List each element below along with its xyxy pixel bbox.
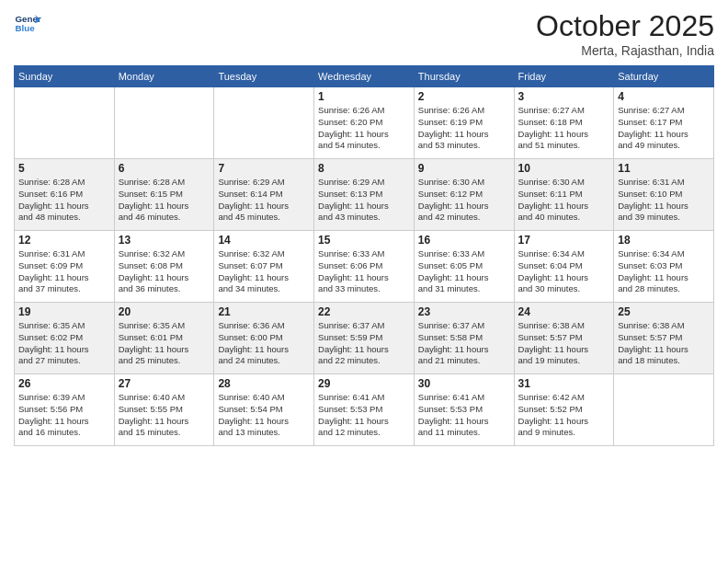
calendar-day-cell — [614, 374, 714, 446]
calendar-day-cell: 29Sunrise: 6:41 AM Sunset: 5:53 PM Dayli… — [314, 374, 415, 446]
calendar-week-row: 1Sunrise: 6:26 AM Sunset: 6:20 PM Daylig… — [15, 87, 714, 159]
day-info: Sunrise: 6:40 AM Sunset: 5:55 PM Dayligh… — [119, 392, 210, 439]
calendar-day-cell: 2Sunrise: 6:26 AM Sunset: 6:19 PM Daylig… — [414, 87, 514, 159]
day-number: 14 — [218, 234, 310, 247]
calendar-header-saturday: Saturday — [614, 66, 714, 87]
calendar-day-cell: 5Sunrise: 6:28 AM Sunset: 6:16 PM Daylig… — [15, 159, 115, 231]
day-info: Sunrise: 6:34 AM Sunset: 6:04 PM Dayligh… — [518, 248, 610, 295]
day-number: 23 — [418, 305, 510, 318]
day-info: Sunrise: 6:42 AM Sunset: 5:52 PM Dayligh… — [518, 392, 610, 439]
day-number: 8 — [318, 162, 410, 175]
day-number: 6 — [119, 162, 210, 175]
calendar-day-cell: 13Sunrise: 6:32 AM Sunset: 6:08 PM Dayli… — [114, 231, 214, 303]
calendar-day-cell: 12Sunrise: 6:31 AM Sunset: 6:09 PM Dayli… — [15, 231, 115, 303]
day-info: Sunrise: 6:31 AM Sunset: 6:10 PM Dayligh… — [618, 177, 710, 224]
day-number: 31 — [518, 377, 610, 390]
day-number: 21 — [218, 305, 310, 318]
day-info: Sunrise: 6:32 AM Sunset: 6:08 PM Dayligh… — [119, 248, 210, 295]
calendar-day-cell: 6Sunrise: 6:28 AM Sunset: 6:15 PM Daylig… — [114, 159, 214, 231]
day-number: 16 — [418, 234, 510, 247]
calendar-day-cell: 31Sunrise: 6:42 AM Sunset: 5:52 PM Dayli… — [514, 374, 614, 446]
day-info: Sunrise: 6:35 AM Sunset: 6:01 PM Dayligh… — [119, 320, 210, 367]
calendar-day-cell: 28Sunrise: 6:40 AM Sunset: 5:54 PM Dayli… — [214, 374, 314, 446]
calendar-day-cell: 9Sunrise: 6:30 AM Sunset: 6:12 PM Daylig… — [414, 159, 514, 231]
day-number: 27 — [119, 377, 210, 390]
day-info: Sunrise: 6:37 AM Sunset: 5:58 PM Dayligh… — [418, 320, 510, 367]
day-number: 15 — [318, 234, 410, 247]
day-number: 4 — [618, 90, 710, 103]
calendar-day-cell: 20Sunrise: 6:35 AM Sunset: 6:01 PM Dayli… — [114, 303, 214, 374]
calendar-day-cell: 3Sunrise: 6:27 AM Sunset: 6:18 PM Daylig… — [514, 87, 614, 159]
calendar-day-cell: 4Sunrise: 6:27 AM Sunset: 6:17 PM Daylig… — [614, 87, 714, 159]
calendar-header-wednesday: Wednesday — [314, 66, 415, 87]
calendar-day-cell: 16Sunrise: 6:33 AM Sunset: 6:05 PM Dayli… — [414, 231, 514, 303]
calendar-day-cell: 1Sunrise: 6:26 AM Sunset: 6:20 PM Daylig… — [314, 87, 415, 159]
calendar-day-cell: 22Sunrise: 6:37 AM Sunset: 5:59 PM Dayli… — [314, 303, 415, 374]
day-number: 5 — [18, 162, 110, 175]
calendar-day-cell: 14Sunrise: 6:32 AM Sunset: 6:07 PM Dayli… — [214, 231, 314, 303]
day-info: Sunrise: 6:39 AM Sunset: 5:56 PM Dayligh… — [18, 392, 110, 439]
calendar-day-cell: 11Sunrise: 6:31 AM Sunset: 6:10 PM Dayli… — [614, 159, 714, 231]
calendar-day-cell: 21Sunrise: 6:36 AM Sunset: 6:00 PM Dayli… — [214, 303, 314, 374]
svg-text:Blue: Blue — [16, 23, 36, 33]
day-info: Sunrise: 6:32 AM Sunset: 6:07 PM Dayligh… — [218, 248, 310, 295]
day-number: 30 — [418, 377, 510, 390]
calendar-week-row: 26Sunrise: 6:39 AM Sunset: 5:56 PM Dayli… — [15, 374, 714, 446]
day-info: Sunrise: 6:41 AM Sunset: 5:53 PM Dayligh… — [418, 392, 510, 439]
calendar-week-row: 19Sunrise: 6:35 AM Sunset: 6:02 PM Dayli… — [15, 303, 714, 374]
day-info: Sunrise: 6:33 AM Sunset: 6:06 PM Dayligh… — [318, 248, 410, 295]
day-number: 17 — [518, 234, 610, 247]
day-info: Sunrise: 6:41 AM Sunset: 5:53 PM Dayligh… — [318, 392, 410, 439]
calendar-day-cell: 30Sunrise: 6:41 AM Sunset: 5:53 PM Dayli… — [414, 374, 514, 446]
day-number: 26 — [18, 377, 110, 390]
day-number: 13 — [119, 234, 210, 247]
calendar-day-cell: 27Sunrise: 6:40 AM Sunset: 5:55 PM Dayli… — [114, 374, 214, 446]
day-info: Sunrise: 6:30 AM Sunset: 6:12 PM Dayligh… — [418, 177, 510, 224]
day-number: 3 — [518, 90, 610, 103]
day-number: 20 — [119, 305, 210, 318]
day-number: 25 — [618, 305, 710, 318]
day-info: Sunrise: 6:29 AM Sunset: 6:14 PM Dayligh… — [218, 177, 310, 224]
calendar-header-row: SundayMondayTuesdayWednesdayThursdayFrid… — [15, 66, 714, 87]
calendar-header-friday: Friday — [514, 66, 614, 87]
day-number: 2 — [418, 90, 510, 103]
title-block: October 2025 Merta, Rajasthan, India — [536, 9, 714, 58]
day-info: Sunrise: 6:34 AM Sunset: 6:03 PM Dayligh… — [618, 248, 710, 295]
calendar-week-row: 12Sunrise: 6:31 AM Sunset: 6:09 PM Dayli… — [15, 231, 714, 303]
calendar-day-cell: 24Sunrise: 6:38 AM Sunset: 5:57 PM Dayli… — [514, 303, 614, 374]
day-info: Sunrise: 6:29 AM Sunset: 6:13 PM Dayligh… — [318, 177, 410, 224]
day-number: 12 — [18, 234, 110, 247]
calendar-day-cell — [15, 87, 115, 159]
day-info: Sunrise: 6:27 AM Sunset: 6:17 PM Dayligh… — [618, 105, 710, 152]
day-info: Sunrise: 6:30 AM Sunset: 6:11 PM Dayligh… — [518, 177, 610, 224]
day-info: Sunrise: 6:27 AM Sunset: 6:18 PM Dayligh… — [518, 105, 610, 152]
calendar-day-cell — [114, 87, 214, 159]
calendar-day-cell: 25Sunrise: 6:38 AM Sunset: 5:57 PM Dayli… — [614, 303, 714, 374]
day-number: 19 — [18, 305, 110, 318]
day-number: 9 — [418, 162, 510, 175]
page: General Blue October 2025 Merta, Rajasth… — [0, 0, 728, 563]
location: Merta, Rajasthan, India — [536, 43, 714, 58]
day-number: 7 — [218, 162, 310, 175]
day-info: Sunrise: 6:33 AM Sunset: 6:05 PM Dayligh… — [418, 248, 510, 295]
day-info: Sunrise: 6:36 AM Sunset: 6:00 PM Dayligh… — [218, 320, 310, 367]
calendar-day-cell: 17Sunrise: 6:34 AM Sunset: 6:04 PM Dayli… — [514, 231, 614, 303]
calendar-day-cell — [214, 87, 314, 159]
day-number: 18 — [618, 234, 710, 247]
calendar-day-cell: 7Sunrise: 6:29 AM Sunset: 6:14 PM Daylig… — [214, 159, 314, 231]
logo: General Blue — [14, 9, 41, 37]
logo-icon: General Blue — [14, 9, 41, 37]
calendar-header-sunday: Sunday — [15, 66, 115, 87]
day-info: Sunrise: 6:38 AM Sunset: 5:57 PM Dayligh… — [618, 320, 710, 367]
calendar-day-cell: 23Sunrise: 6:37 AM Sunset: 5:58 PM Dayli… — [414, 303, 514, 374]
calendar-header-monday: Monday — [114, 66, 214, 87]
day-number: 28 — [218, 377, 310, 390]
day-info: Sunrise: 6:28 AM Sunset: 6:16 PM Dayligh… — [18, 177, 110, 224]
day-info: Sunrise: 6:26 AM Sunset: 6:20 PM Dayligh… — [318, 105, 410, 152]
calendar-day-cell: 10Sunrise: 6:30 AM Sunset: 6:11 PM Dayli… — [514, 159, 614, 231]
day-info: Sunrise: 6:31 AM Sunset: 6:09 PM Dayligh… — [18, 248, 110, 295]
day-info: Sunrise: 6:28 AM Sunset: 6:15 PM Dayligh… — [119, 177, 210, 224]
day-number: 22 — [318, 305, 410, 318]
day-number: 10 — [518, 162, 610, 175]
day-number: 24 — [518, 305, 610, 318]
